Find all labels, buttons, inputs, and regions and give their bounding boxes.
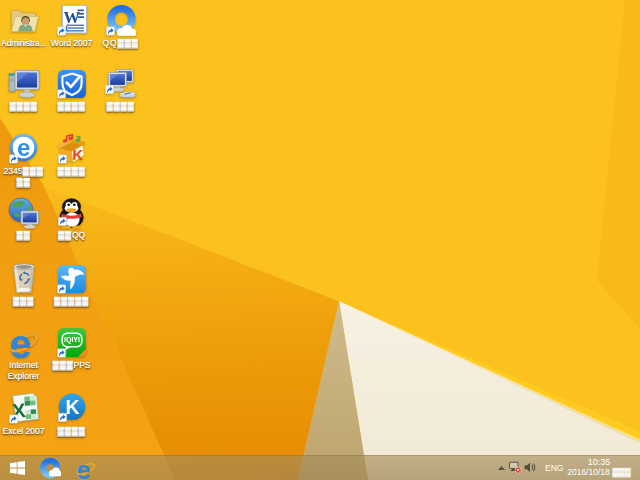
svg-text:K: K (72, 147, 84, 163)
svg-text:e: e (9, 327, 31, 359)
svg-text:iQIYI: iQIYI (64, 335, 80, 344)
svg-text:K: K (65, 396, 79, 418)
svg-text:e: e (17, 134, 30, 161)
svg-text:e: e (77, 459, 91, 479)
